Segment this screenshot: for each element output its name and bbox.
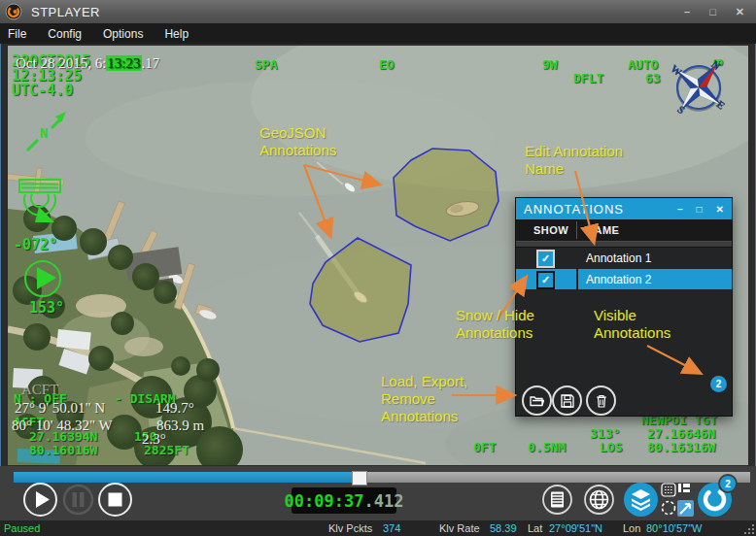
stop-icon: [109, 493, 122, 507]
callout-load-export: Load, Export,RemoveAnnotations: [381, 373, 467, 425]
callout-show-hide: Snow / HideAnnotations: [456, 307, 534, 342]
panel-maximize-button[interactable]: □: [697, 204, 703, 215]
klv-packets-value: 374: [383, 522, 400, 534]
lon-value: 80°10'57"W: [646, 522, 703, 534]
annotation-1-name[interactable]: Annotation 1: [586, 251, 651, 265]
player-state: Paused: [4, 522, 40, 534]
save-icon: [561, 394, 574, 408]
osd-dflt: DFLT: [573, 72, 603, 84]
row-cell-separator: [576, 269, 578, 289]
remove-annotations-button[interactable]: [586, 385, 616, 416]
menu-bar: File Config Options Help: [0, 23, 756, 44]
trash-icon: [596, 394, 607, 408]
gimbal-azimuth-icon: [21, 257, 64, 300]
bars-icon: [678, 484, 690, 492]
osd-bearing: 313°: [590, 427, 620, 440]
resize-grip[interactable]: [744, 524, 755, 535]
osd-target-lat: 27.16646N: [647, 427, 715, 440]
metadata-list-button[interactable]: [541, 484, 573, 516]
export-annotations-button[interactable]: [552, 385, 582, 416]
annotation-row-2[interactable]: ✓ Annotation 2: [516, 269, 732, 289]
osd-azimuth: 153°: [29, 302, 64, 315]
klv-rate-value: 58.39: [490, 522, 517, 534]
osd-lon-dms: 80° 10' 48.32" W: [12, 419, 113, 433]
stplayer-window: STPLAYER – □ ✕ File Config Options Help: [0, 0, 756, 536]
lat-label: Lat: [528, 522, 542, 534]
seek-thumb[interactable]: [352, 471, 367, 486]
tools-cluster-button[interactable]: [660, 482, 696, 518]
menu-options[interactable]: Options: [92, 27, 154, 41]
osd-timestamp: Oct 28 2015, 6:13:23.17: [16, 56, 159, 71]
osd-los: LOS: [600, 441, 622, 453]
svg-text:S: S: [675, 103, 687, 116]
pause-icon: [73, 492, 78, 507]
osd-auto-value: 63: [645, 72, 661, 84]
callout-edit-name: Edit AnnotationName: [525, 143, 623, 178]
osd-utc-offset: UTC-4.0: [12, 84, 73, 97]
annotations-table-header: SHOW NAME: [516, 219, 732, 242]
svg-text:N: N: [40, 125, 48, 141]
column-show: SHOW: [533, 224, 568, 236]
transport-bar: 00:09:37.412: [0, 466, 756, 520]
osd-target-lon: 80.16316W: [647, 441, 715, 453]
osd-range: 0.5NM: [528, 441, 566, 453]
gimbal-elevation-icon: [16, 178, 66, 238]
menu-help[interactable]: Help: [154, 27, 199, 41]
list-icon: [551, 492, 564, 508]
annotation-row-1[interactable]: ✓ Annotation 1: [516, 248, 732, 268]
callout-geojson: GeoJSONAnnotations: [259, 124, 336, 159]
menu-file[interactable]: File: [0, 27, 37, 41]
menu-config[interactable]: Config: [37, 27, 92, 41]
osd-heading: 149.7°: [155, 401, 194, 416]
lat-value: 27°09'51"N: [549, 522, 602, 534]
annotations-panel-titlebar[interactable]: ANNOTATIONS – □ ✕: [516, 198, 732, 219]
osd-lon-dec: 80.16016W: [29, 444, 97, 456]
status-bar: Paused Klv Pckts 374 Klv Rate 58.39 Lat …: [0, 520, 756, 536]
annotation-2-name[interactable]: Annotation 2: [586, 273, 651, 286]
globe-button[interactable]: [583, 484, 615, 516]
column-separator[interactable]: [576, 221, 577, 239]
compass-rose-icon: N E S W: [665, 53, 733, 121]
osd-elevation: -072°: [14, 239, 57, 251]
osd-timestamp-highlight: 13:23: [106, 55, 141, 71]
timecode-display: 00:09:37.412: [292, 487, 396, 514]
annotation-1-checkbox[interactable]: ✓: [536, 250, 555, 268]
vector-arrow-icon: [677, 500, 694, 517]
osd-alt-0ft: 0FT: [473, 441, 496, 453]
osd-auto: AUTO: [628, 58, 658, 71]
klv-rate-label: Klv Rate: [439, 522, 480, 534]
window-close-button[interactable]: ✕: [736, 6, 744, 18]
column-name: NAME: [586, 224, 619, 236]
annotation-2-checkbox[interactable]: ✓: [536, 271, 555, 289]
osd-heading-small: 2.3°: [142, 432, 166, 447]
app-logo-icon: [5, 3, 22, 20]
window-minimize-button[interactable]: –: [684, 6, 690, 17]
play-icon: [36, 491, 50, 508]
window-maximize-button[interactable]: □: [709, 6, 716, 17]
logo-count-badge: 2: [718, 474, 738, 493]
osd-acft-faint: ACFT: [21, 383, 58, 397]
callout-visible: VisibleAnnotations: [594, 307, 670, 342]
stop-button[interactable]: [97, 482, 133, 518]
selection-circle-icon: [663, 502, 675, 515]
annotations-toolbar: [516, 383, 732, 416]
panel-close-button[interactable]: ✕: [716, 204, 724, 215]
osd-spa: SPA: [255, 58, 277, 71]
globe-icon: [591, 491, 608, 509]
annotations-panel-title: ANNOTATIONS: [524, 202, 624, 217]
seek-progress: [14, 472, 352, 483]
osd-wind: 9W: [542, 58, 558, 71]
load-annotations-button[interactable]: [522, 385, 552, 416]
layers-button[interactable]: [623, 482, 659, 518]
pause-button[interactable]: [62, 484, 94, 516]
grid-icon: [662, 484, 675, 496]
window-title: STPLAYER: [31, 5, 100, 19]
play-button[interactable]: [22, 482, 58, 518]
lon-label: Lon: [623, 522, 640, 534]
title-bar: STPLAYER – □ ✕: [0, 0, 756, 23]
folder-open-icon: [530, 394, 544, 407]
panel-minimize-button[interactable]: –: [677, 204, 683, 215]
osd-eo-mode: EO: [379, 58, 395, 71]
klv-packets-label: Klv Pckts: [328, 522, 372, 534]
north-arrow-icon: N: [21, 108, 74, 156]
